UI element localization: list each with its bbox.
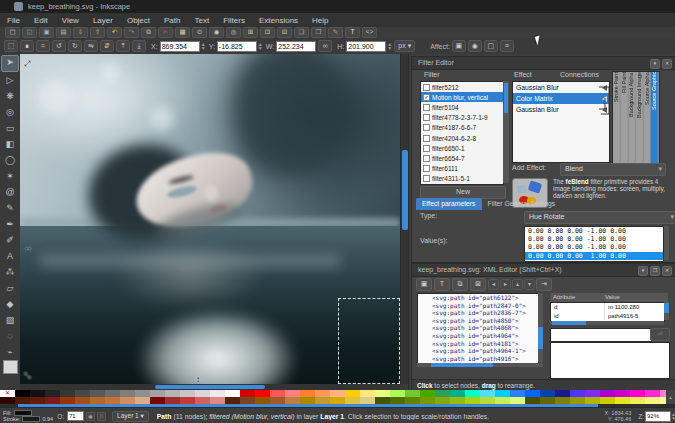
x-spinner[interactable]: ▲▼ <box>201 42 205 50</box>
zoom-spinner[interactable]: ▲▼ <box>671 412 675 420</box>
filter-checkbox[interactable] <box>423 155 430 162</box>
palette-swatch[interactable] <box>345 397 360 404</box>
palette-expand-icon[interactable]: ▴ <box>666 390 675 404</box>
duplicate-icon[interactable]: ⊞ <box>243 27 258 38</box>
filter-list-item[interactable]: filter6650-1 <box>421 143 503 153</box>
palette-swatch[interactable] <box>420 397 435 404</box>
palette-swatch[interactable] <box>225 397 240 404</box>
palette-swatch[interactable] <box>270 397 285 404</box>
rectangle-tool[interactable]: ▭ <box>2 121 18 136</box>
attr-hscroll-thumb[interactable] <box>552 321 586 325</box>
palette-swatch[interactable] <box>75 397 90 404</box>
layer-selector[interactable]: Layer 1 ▾ <box>112 411 149 422</box>
selector-tool[interactable]: ➤ <box>1 55 19 72</box>
spray-tool[interactable]: ⁂ <box>2 265 18 280</box>
palette-swatch[interactable] <box>390 390 405 397</box>
duplicate-node-icon[interactable]: ⧉ <box>452 278 468 291</box>
zoom-drawing-icon[interactable]: ◉ <box>209 27 224 38</box>
spiral-tool[interactable]: @ <box>2 185 18 200</box>
filter-input-background-alpha[interactable]: Background Alpha <box>628 72 636 164</box>
palette-swatch[interactable] <box>435 397 450 404</box>
canvas[interactable]: ↔ ⤡ ↕ ⤢ <box>20 54 400 384</box>
redo-icon[interactable]: ↷ <box>124 27 139 38</box>
menu-file[interactable]: File <box>0 14 27 27</box>
bucket-tool[interactable]: ◆ <box>2 297 18 312</box>
palette-swatch[interactable] <box>405 397 420 404</box>
palette-swatch[interactable] <box>150 397 165 404</box>
palette-swatch[interactable] <box>615 390 630 397</box>
tab-effect-parameters[interactable]: Effect parameters <box>416 198 482 210</box>
xml-tree-node[interactable]: <svg:path id="path4850"> <box>418 317 538 325</box>
connector-tool[interactable]: ⌁ <box>2 345 18 360</box>
filter-list[interactable]: filter5212✓Motion blur, verticalfilter51… <box>420 81 504 185</box>
xml-tree-node[interactable]: <svg:path id="path4181"> <box>418 340 538 348</box>
xml-tree-horizontal-scrollbar[interactable] <box>417 363 543 367</box>
filter-list-item[interactable]: filter4204-6-2-8 <box>421 133 503 143</box>
stroke-swatch[interactable] <box>22 416 40 422</box>
filter-checkbox[interactable] <box>423 124 430 131</box>
filter-inputs-strip[interactable]: Stroke PaintFill PaintBackground AlphaBa… <box>612 71 660 165</box>
palette-swatch[interactable] <box>585 390 600 397</box>
xml-tree-node[interactable]: <svg:path id="path4964"> <box>418 332 538 340</box>
xml-editor-icon[interactable]: <> <box>362 27 377 38</box>
menu-object[interactable]: Object <box>120 14 157 27</box>
xml-tree-node[interactable]: <svg:path id="path2847-0"> <box>418 302 538 310</box>
palette-swatch[interactable] <box>270 390 285 397</box>
panel-close-icon[interactable]: ✕ <box>662 266 672 276</box>
palette-swatch[interactable] <box>165 390 180 397</box>
palette-swatch[interactable] <box>435 390 450 397</box>
palette-swatch[interactable] <box>540 397 555 404</box>
palette-swatch[interactable] <box>630 390 645 397</box>
palette-swatch[interactable] <box>105 390 120 397</box>
type-dropdown[interactable]: Hue Rotate▾ <box>524 211 675 224</box>
filter-checkbox[interactable] <box>423 145 430 152</box>
flip-vertical-icon[interactable]: ⇵ <box>100 40 114 52</box>
xml-tree-vertical-scrollbar[interactable] <box>538 293 543 362</box>
scale-handle-bottom-left-icon[interactable]: ⤡ <box>24 372 30 380</box>
matrix-row[interactable]: 0.00 0.00 0.00 -1.00 0.00 <box>525 243 663 251</box>
y-field[interactable] <box>217 41 257 52</box>
palette-swatch[interactable] <box>420 390 435 397</box>
eraser-tool[interactable]: ▱ <box>2 281 18 296</box>
attribute-name-input[interactable] <box>550 328 652 342</box>
dropper-tool[interactable]: ◌ <box>2 329 18 344</box>
palette-swatch[interactable] <box>225 390 240 397</box>
palette-swatch[interactable] <box>645 390 660 397</box>
xml-tree-node[interactable]: <svg:path id="path6122"> <box>418 294 538 302</box>
xml-tree-node[interactable]: <svg:path id="path2836-7"> <box>418 309 538 317</box>
palette-swatch[interactable] <box>600 390 615 397</box>
x-field[interactable] <box>160 41 200 52</box>
palette-swatch[interactable] <box>195 397 210 404</box>
layer-visibility-icon[interactable]: ◉ <box>86 412 95 421</box>
palette-swatch[interactable] <box>15 390 30 397</box>
palette-swatch[interactable] <box>585 397 600 404</box>
menu-help[interactable]: Help <box>305 14 335 27</box>
palette-swatch[interactable] <box>480 397 495 404</box>
w-field[interactable] <box>276 41 316 52</box>
palette-swatch[interactable] <box>465 397 480 404</box>
filter-list-item[interactable]: filter4778-2-3-7-1-9 <box>421 113 503 123</box>
effect-primitive-item[interactable]: Gaussian Blur <box>513 104 609 115</box>
palette-swatch[interactable] <box>360 397 375 404</box>
gradient-tool[interactable]: ▨ <box>2 313 18 328</box>
pencil-tool[interactable]: ✎ <box>2 201 18 216</box>
menu-text[interactable]: Text <box>188 14 217 27</box>
palette-swatch[interactable] <box>330 397 345 404</box>
hscroll-thumb[interactable] <box>155 385 265 389</box>
menu-view[interactable]: View <box>55 14 86 27</box>
move-node-down-icon[interactable]: ▾ <box>524 279 535 290</box>
fill-stroke-indicator[interactable]: Fill: Stroke:0.94 <box>3 410 53 422</box>
palette-swatch[interactable]: ✕ <box>0 390 15 397</box>
palette-swatch[interactable] <box>240 390 255 397</box>
raise-top-icon[interactable]: ⤒ <box>116 40 130 52</box>
palette-swatch[interactable] <box>645 397 660 404</box>
h-field[interactable] <box>346 41 386 52</box>
palette-swatch[interactable] <box>255 390 270 397</box>
palette-swatch[interactable] <box>375 397 390 404</box>
filter-checkbox[interactable] <box>423 165 430 172</box>
xml-tree-node[interactable]: <svg:path id="path4868"> <box>418 324 538 332</box>
palette-swatch[interactable] <box>630 397 645 404</box>
palette-swatch[interactable] <box>540 390 555 397</box>
print-icon[interactable]: ▤ <box>56 27 71 38</box>
attribute-table-scrollbar[interactable] <box>664 302 669 320</box>
